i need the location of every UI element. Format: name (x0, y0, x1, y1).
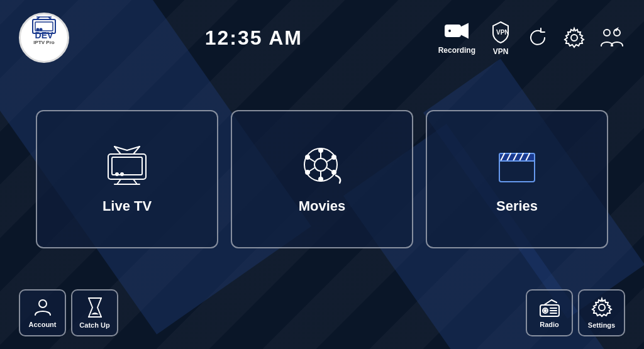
svg-point-12 (604, 30, 610, 36)
svg-point-38 (306, 170, 309, 174)
svg-point-3 (40, 29, 42, 31)
svg-point-24 (121, 173, 123, 175)
account-label: Account (29, 321, 57, 328)
svg-line-21 (133, 179, 137, 184)
svg-point-35 (306, 155, 309, 159)
svg-point-11 (571, 35, 577, 41)
catchup-button[interactable]: Catch Up (71, 289, 118, 336)
bottom-right-buttons: Radio Settings (526, 289, 625, 336)
svg-line-57 (552, 300, 557, 302)
account-button[interactable]: Account (19, 289, 66, 336)
svg-line-56 (544, 300, 552, 305)
main-cards: Live TV (19, 82, 625, 277)
series-card[interactable]: Series (426, 110, 608, 248)
radio-button[interactable]: Radio (526, 289, 573, 336)
svg-point-58 (599, 304, 605, 311)
series-label: Series (496, 198, 538, 214)
vpn-button[interactable]: VPN VPN (488, 19, 513, 56)
svg-point-36 (332, 170, 336, 174)
svg-point-26 (314, 158, 327, 171)
svg-marker-8 (460, 24, 468, 38)
live-tv-card[interactable]: Live TV (36, 110, 218, 248)
svg-point-33 (319, 148, 323, 152)
header-icons: Recording VPN VPN (438, 19, 625, 56)
vpn-label: VPN (493, 47, 509, 56)
recording-label: Recording (438, 46, 475, 55)
svg-line-20 (117, 179, 121, 184)
svg-text:VPN: VPN (496, 29, 509, 36)
catchup-label: Catch Up (79, 321, 109, 329)
svg-point-34 (319, 177, 323, 181)
svg-point-47 (39, 300, 47, 307)
bottom-bar: Account Catch Up (19, 289, 625, 336)
recording-button[interactable]: Recording (438, 21, 475, 55)
movies-label: Movies (299, 198, 346, 214)
svg-point-52 (544, 310, 546, 312)
header: DEV IPTV Pro 12:35 AM Recording (19, 13, 625, 63)
settings-button[interactable]: Settings (578, 289, 625, 336)
account-switch-button[interactable] (599, 26, 625, 50)
settings-header-button[interactable] (562, 26, 586, 50)
svg-point-23 (116, 173, 118, 175)
svg-rect-19 (112, 157, 142, 175)
clock-display: 12:35 AM (205, 26, 303, 50)
live-tv-label: Live TV (103, 198, 152, 214)
svg-point-2 (37, 29, 39, 31)
svg-point-9 (448, 29, 452, 33)
refresh-button[interactable] (526, 26, 550, 50)
movies-card[interactable]: Movies (231, 110, 413, 248)
svg-point-37 (332, 155, 336, 159)
app-logo[interactable]: DEV IPTV Pro (19, 13, 69, 63)
radio-label: Radio (540, 321, 559, 328)
bottom-left-buttons: Account Catch Up (19, 289, 118, 336)
settings-label: Settings (588, 321, 615, 329)
